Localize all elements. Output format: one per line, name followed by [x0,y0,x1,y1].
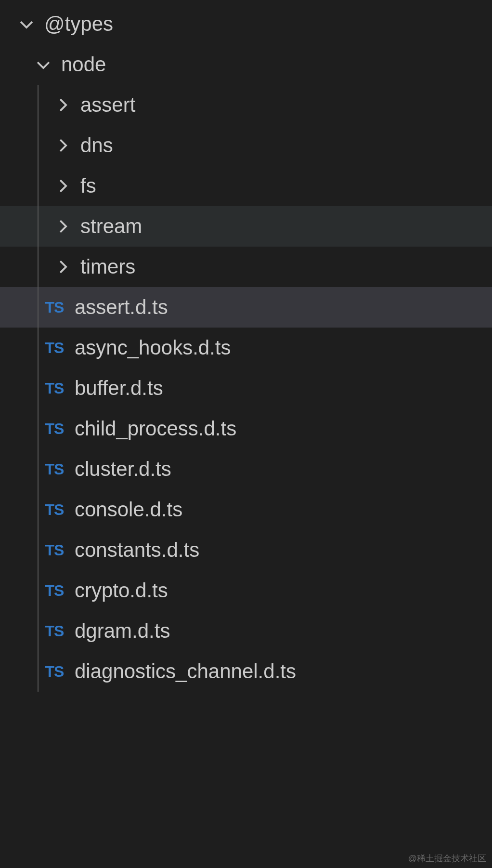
indent-guide [38,570,39,611]
folder-label: dns [80,134,113,157]
indent-guide [38,85,39,125]
chevron-right-icon [51,174,75,198]
indent-guide [38,166,39,206]
indent-guide [38,125,39,166]
file-label: buffer.d.ts [75,377,163,400]
tree-folder-types[interactable]: @types [0,4,492,44]
file-label: diagnostics_channel.d.ts [75,660,296,683]
file-label: assert.d.ts [75,296,168,319]
file-label: crypto.d.ts [75,579,168,602]
indent-guide [38,206,39,247]
folder-label: timers [80,255,135,278]
tree-folder[interactable]: fs [0,166,492,206]
indent-guide [38,247,39,287]
file-label: console.d.ts [75,498,182,521]
typescript-file-icon: TS [41,339,68,357]
typescript-file-icon: TS [41,460,68,478]
indent-guide [38,489,39,530]
tree-folder[interactable]: timers [0,247,492,287]
folder-label: fs [80,174,96,197]
file-label: async_hooks.d.ts [75,336,231,359]
typescript-file-icon: TS [41,541,68,559]
typescript-file-icon: TS [41,501,68,519]
indent-guide [38,287,39,328]
chevron-right-icon [51,255,75,279]
file-label: dgram.d.ts [75,619,170,643]
typescript-file-icon: TS [41,663,68,681]
indent-guide [38,449,39,489]
tree-file[interactable]: TSassert.d.ts [0,287,492,328]
chevron-right-icon [51,214,75,238]
indent-guide [38,611,39,651]
indent-guide [38,651,39,692]
typescript-file-icon: TS [41,582,68,600]
folder-label: stream [80,215,142,238]
tree-file[interactable]: TSconstants.d.ts [0,530,492,570]
chevron-down-icon [31,53,55,77]
indent-guide [38,408,39,449]
typescript-file-icon: TS [41,622,68,640]
chevron-right-icon [51,133,75,158]
typescript-file-icon: TS [41,380,68,397]
tree-file[interactable]: TScrypto.d.ts [0,570,492,611]
chevron-right-icon [51,93,75,117]
tree-file[interactable]: TSchild_process.d.ts [0,408,492,449]
tree-file[interactable]: TSbuffer.d.ts [0,368,492,408]
tree-file[interactable]: TSdgram.d.ts [0,611,492,651]
file-label: cluster.d.ts [75,458,171,481]
indent-guide [38,530,39,570]
chevron-down-icon [14,12,39,36]
file-label: constants.d.ts [75,539,199,562]
tree-folder[interactable]: stream [0,206,492,247]
folder-label: @types [44,13,113,36]
tree-file[interactable]: TScluster.d.ts [0,449,492,489]
tree-folder[interactable]: assert [0,85,492,125]
watermark-text: @稀土掘金技术社区 [408,853,486,864]
folder-label: node [61,53,106,76]
typescript-file-icon: TS [41,299,68,316]
tree-folder-node[interactable]: node [0,44,492,85]
file-label: child_process.d.ts [75,417,236,440]
folder-label: assert [80,93,135,117]
tree-file[interactable]: TSasync_hooks.d.ts [0,328,492,368]
indent-guide [38,328,39,368]
indent-guide [38,368,39,408]
tree-folder[interactable]: dns [0,125,492,166]
file-tree: @types node assertdnsfsstreamtimers TSas… [0,0,492,692]
tree-file[interactable]: TSconsole.d.ts [0,489,492,530]
tree-file[interactable]: TSdiagnostics_channel.d.ts [0,651,492,692]
typescript-file-icon: TS [41,420,68,438]
